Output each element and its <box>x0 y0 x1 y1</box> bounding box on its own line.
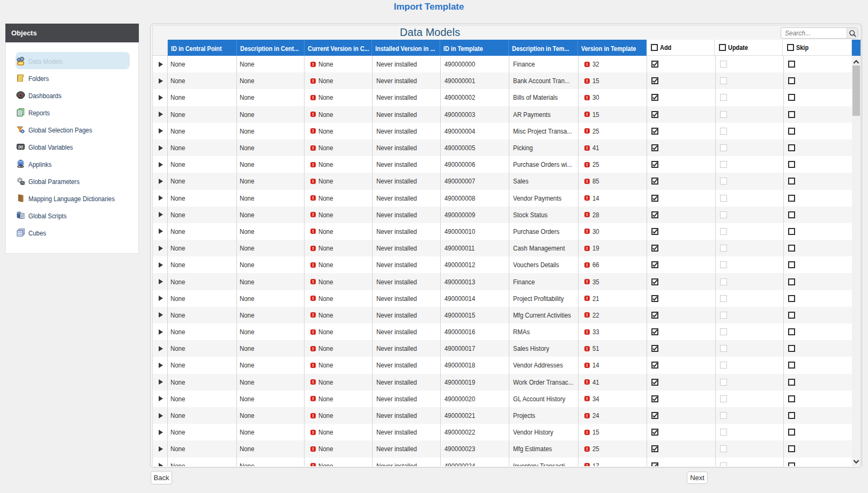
svg-text:(x): (x) <box>19 145 23 149</box>
